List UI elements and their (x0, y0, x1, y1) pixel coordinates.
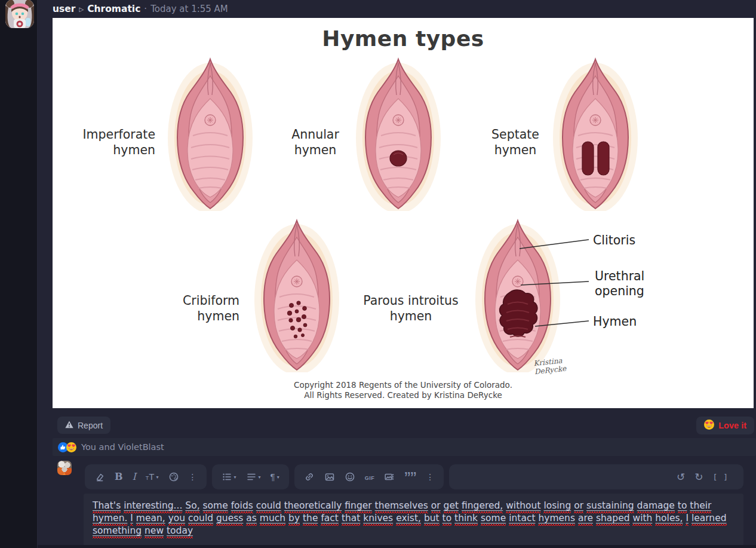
copyright-line: Copyright 2018 Regents of the University… (53, 380, 754, 390)
composer-avatar[interactable] (57, 461, 72, 475)
figure-annular (354, 56, 443, 211)
clear-format-icon (94, 472, 105, 482)
composer-text[interactable]: That's interesting... So, some foids cou… (93, 500, 735, 537)
annotation-hymen: Hymen (593, 314, 637, 329)
message-word: learned (692, 513, 727, 523)
emoji-button[interactable] (340, 464, 359, 489)
clear-format-button[interactable] (90, 464, 109, 489)
list-icon (222, 472, 232, 482)
message-word: some (481, 513, 506, 523)
message-word: as (246, 513, 257, 523)
figure-parous (473, 217, 563, 372)
redo-button[interactable]: ↻ (690, 464, 707, 489)
bold-icon: B (115, 472, 123, 482)
message-word: get (444, 500, 459, 511)
reply-arrow-icon: ▷ (79, 5, 84, 13)
love-it-label: Love it (718, 421, 746, 430)
post-image[interactable]: Hymen types (53, 18, 754, 408)
message-word: So, (185, 500, 199, 511)
chevron-down-icon: ▾ (156, 474, 159, 480)
quote-button[interactable]: ”” (400, 464, 420, 489)
message-word: knives (363, 513, 393, 523)
paragraph-icon: ¶ (271, 472, 275, 482)
message-word: mean, (136, 513, 165, 523)
media-icon (384, 472, 395, 482)
message-word: shaped (596, 513, 630, 523)
message-word: losing (543, 500, 571, 511)
toolbar-group: ▾▾¶▾ (212, 464, 289, 489)
undo-button[interactable]: ↺ (672, 464, 689, 489)
avatar[interactable] (5, 0, 34, 28)
reactions-bar[interactable]: You and VioletBlast (53, 438, 756, 456)
post-timestamp[interactable]: Today at 1:55 AM (150, 4, 228, 14)
report-button[interactable]: Report (57, 417, 110, 434)
message-word: something (93, 525, 142, 536)
message-word: think (454, 513, 478, 523)
message-word: holes, (655, 513, 683, 523)
figure-label: Annular hymen (271, 127, 360, 158)
post-header: user ▷ Chromatic · Today at 1:55 AM (53, 0, 228, 17)
copyright-line: All Rights Reserved. Created by Kristina… (53, 390, 754, 400)
more-button[interactable]: ⋮ (185, 464, 201, 489)
emoji-icon (345, 472, 355, 482)
text-color-button[interactable] (164, 464, 183, 489)
message-word: could (256, 500, 281, 511)
message-word: themselves (375, 500, 428, 511)
post-divider (38, 545, 756, 548)
figure-label: Parous introitus hymen (351, 293, 471, 324)
message-word: fingered, (462, 500, 503, 511)
align-button[interactable]: ▾ (242, 464, 265, 489)
chevron-down-icon: ▾ (277, 474, 279, 480)
message-word: damage (637, 500, 675, 511)
bold-button[interactable]: B (110, 464, 127, 489)
message-word: finger (345, 500, 371, 511)
figure-imperforate (165, 56, 255, 211)
message-word: theoretically (284, 500, 342, 511)
toolbar-group: ↺↻[ ] (449, 464, 743, 489)
message-word: their (690, 500, 711, 511)
figure-septate (551, 56, 640, 211)
report-label: Report (78, 421, 103, 430)
message-word: guess (216, 513, 243, 523)
paragraph-button[interactable]: ¶▾ (266, 464, 284, 489)
toolbar-group: BITT▾⋮ (85, 464, 207, 489)
media-button[interactable] (380, 464, 399, 489)
toolbar-group: GIF””⋮ (294, 464, 444, 489)
italic-button[interactable]: I (128, 464, 140, 489)
message-word: hymens (538, 513, 575, 523)
love-it-button[interactable]: Love it (696, 417, 754, 434)
heart-eyes-icon (66, 442, 76, 452)
composer-input[interactable]: That's interesting... So, some foids cou… (84, 494, 743, 546)
post-container: user ▷ Chromatic · Today at 1:55 AM Hyme… (38, 0, 756, 548)
message-word: intact (509, 513, 535, 523)
message-word: are (578, 513, 593, 523)
chevron-down-icon: ▾ (259, 474, 261, 480)
message-word: or (431, 500, 441, 511)
more-button[interactable]: ⋮ (422, 464, 438, 489)
italic-icon: I (133, 472, 136, 482)
image-button[interactable] (320, 464, 339, 489)
message-word: to (678, 500, 687, 511)
list-button[interactable]: ▾ (217, 464, 241, 489)
warning-icon (65, 421, 73, 430)
font-size-icon: TT (146, 472, 155, 482)
link-button[interactable] (300, 464, 319, 489)
author-name[interactable]: user (53, 4, 75, 14)
message-word: without (506, 500, 540, 511)
figure-cribiform (252, 217, 342, 372)
font-size-button[interactable]: TT▾ (142, 464, 163, 489)
gif-button[interactable]: GIF (361, 464, 379, 489)
message-word: with (632, 513, 652, 523)
figure-label: Imperforate hymen (61, 127, 155, 158)
recipient-name[interactable]: Chromatic (87, 4, 140, 14)
message-word: or (574, 500, 583, 511)
text-color-icon (168, 472, 179, 482)
message-word: by (288, 513, 300, 523)
source-button[interactable]: [ ] (709, 464, 733, 489)
message-word: exist, (396, 513, 421, 523)
separator: · (144, 4, 147, 14)
image-icon (324, 472, 335, 482)
source-icon: [ ] (713, 473, 729, 482)
message-word: but (424, 513, 440, 523)
gif-icon: GIF (365, 473, 375, 482)
